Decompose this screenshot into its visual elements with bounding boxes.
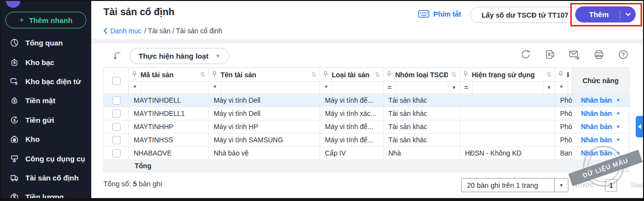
table-row[interactable]: MAYTINHSS Máy vi tính SAMSUNG Máy vi tín… (104, 134, 629, 147)
panel-collapse-tab[interactable] (636, 116, 643, 137)
row-checkbox[interactable] (112, 136, 121, 144)
page-title: Tài sản cố định (103, 6, 175, 18)
sidebar-item-kho-bac-dien-tu[interactable]: $ Kho bạc điện tử (1, 72, 91, 91)
filter-loai-tai-san[interactable]: * (320, 82, 383, 94)
move-down-icon[interactable] (112, 50, 123, 62)
duplicate-action[interactable]: Nhân bản▼ (577, 123, 624, 131)
cell-group: Tài sản khác (383, 94, 460, 107)
caret-down-icon: ▼ (616, 124, 620, 129)
record-count: Tổng số: 5 bản ghi (103, 180, 162, 188)
avatar[interactable] (6, 0, 20, 8)
cell-status (460, 134, 555, 147)
sidebar-item-label: Kho (25, 135, 40, 143)
sidebar-item-tien-mat[interactable]: $ Tiền mặt (1, 91, 91, 110)
sidebar-item-cong-cu-dung-cu[interactable]: Công cụ dụng cụ (1, 149, 91, 168)
cell-code: MAYTINHDELL (129, 94, 209, 107)
cell-status (460, 120, 555, 134)
current-page-box[interactable]: 1 (605, 179, 617, 192)
duplicate-action[interactable]: Nhân bản▼ (577, 149, 624, 157)
cash-icon: $ (9, 96, 19, 106)
filter-nhom-loai-tscd[interactable]: =▼ (383, 82, 460, 94)
help-icon[interactable]: ? (617, 48, 629, 60)
sort-icon[interactable]: ⇅ (451, 71, 457, 78)
pin-icon[interactable] (463, 71, 468, 79)
row-checkbox[interactable] (112, 96, 121, 105)
cell-name: Máy vi tính Dell (209, 94, 320, 107)
sidebar-item-tong-quan[interactable]: Tổng quan (1, 33, 91, 52)
cell-name: Máy vi tính Dell (209, 107, 320, 120)
export-excel-icon[interactable]: X (544, 48, 556, 60)
breadcrumb-back-link[interactable]: Danh mục (103, 27, 141, 35)
pin-icon[interactable] (323, 71, 328, 79)
column-header-truncated[interactable]: P (555, 68, 572, 82)
add-button[interactable]: Thêm (575, 6, 636, 22)
send-email-icon[interactable] (568, 48, 580, 60)
cell-code: MAYTINHDELL1 (129, 107, 209, 120)
filter-row: * * * =▼ =▼ * (104, 82, 629, 94)
next-page-button[interactable]: Sau (631, 181, 644, 189)
sidebar-item-tai-san-co-dinh[interactable]: Tài sản cố định (1, 168, 91, 187)
caret-down-icon: ▼ (616, 111, 620, 116)
column-header-nhom-loai-tscd[interactable]: Nhóm loại TSCĐ ⇅ (383, 68, 460, 82)
page-size-select[interactable]: 20 bản ghi trên 1 trang ▼ (461, 178, 568, 192)
select-all-checkbox[interactable] (112, 77, 121, 85)
shortcut-link[interactable]: Phím tắt (418, 10, 461, 18)
table-row[interactable]: MAYTINHHP Máy vi tính HP Máy vi tính để.… (104, 120, 629, 134)
filter-ma-tai-san[interactable]: * (129, 82, 209, 94)
filter-ten-tai-san[interactable]: * (209, 82, 320, 94)
print-icon[interactable] (593, 48, 604, 60)
duplicate-action[interactable]: Nhân bản▼ (577, 136, 624, 144)
row-checkbox[interactable] (112, 123, 121, 131)
table-row[interactable]: MAYTINHDELL1 Máy vi tính Dell Máy vi tín… (104, 107, 629, 120)
truck-icon (9, 173, 19, 182)
svg-text:$: $ (13, 99, 16, 104)
prev-page-button[interactable]: Trước (574, 181, 594, 189)
e-treasury-icon: $ (9, 76, 19, 86)
column-header-ma-tai-san[interactable]: Mã tài sản ⇅ (129, 68, 209, 82)
refresh-icon[interactable] (520, 48, 531, 60)
column-header-loai-tai-san[interactable]: Loại tài sản ⇅ (320, 68, 383, 82)
duplicate-action[interactable]: Nhân bản▼ (577, 110, 624, 117)
sort-icon[interactable]: ⇅ (200, 71, 205, 78)
batch-action-button[interactable]: Thực hiện hàng loạt ▼ (129, 48, 229, 64)
filter-truncated[interactable]: * (555, 82, 572, 94)
sidebar-item-tien-gui[interactable]: $ Tiền gửi (1, 111, 91, 130)
filter-dropdown-icon[interactable]: ▼ (448, 82, 460, 93)
table-row[interactable]: MAYTINHDELL Máy vi tính Dell Máy vi tính… (104, 94, 629, 107)
cell-dept: Ban (555, 147, 572, 160)
sidebar-item-kho[interactable]: Kho (1, 130, 91, 149)
sidebar-item-label: Tiền gửi (25, 116, 54, 124)
pin-icon[interactable] (558, 71, 564, 79)
get-balance-button[interactable]: Lấy số dư TSCĐ từ TT107 (470, 7, 580, 23)
cell-group: Nhà (383, 147, 460, 160)
filter-hien-trang[interactable]: =▼ (460, 82, 555, 94)
sidebar-item-tien-luong[interactable]: $ Tiền lương (1, 187, 91, 201)
filter-dropdown-icon[interactable]: ▼ (543, 82, 555, 93)
pin-icon[interactable] (132, 71, 137, 79)
select-all-cell (104, 68, 129, 94)
duplicate-action[interactable]: Nhân bản▼ (577, 96, 624, 104)
sidebar-item-kho-bac[interactable]: $ Kho bạc (1, 52, 91, 71)
breadcrumb: Danh mục / Tài sản / Tài sản cố định (103, 27, 222, 35)
pin-icon[interactable] (386, 71, 392, 79)
column-header-hien-trang-su-dung[interactable]: Hiện trạng sử dụng ⇅ (460, 68, 555, 82)
quick-add-button[interactable]: + Thêm nhanh (5, 12, 86, 28)
table-row[interactable]: NHABAOVE Nhà bảo vệ Cấp IV Nhà HĐSN - Kh… (104, 147, 629, 160)
cell-type: Máy vi tính để... (320, 134, 383, 147)
pin-icon[interactable] (212, 71, 217, 79)
sidebar-item-label: Công cụ dụng cụ (25, 155, 85, 163)
row-checkbox[interactable] (112, 110, 121, 118)
chevron-down-icon[interactable] (620, 13, 636, 16)
treasury-icon: $ (9, 57, 19, 67)
cell-status (460, 107, 555, 120)
column-header-ten-tai-san[interactable]: Tên tài sản ⇅ (209, 68, 320, 82)
triangle-left-icon (638, 124, 641, 129)
svg-text:$: $ (15, 80, 18, 86)
row-checkbox[interactable] (112, 149, 121, 157)
sort-icon[interactable]: ⇅ (311, 71, 317, 78)
warehouse-icon (9, 134, 19, 144)
sort-icon[interactable]: ⇅ (546, 71, 552, 78)
svg-text:X: X (547, 52, 551, 57)
sort-icon[interactable]: ⇅ (375, 71, 380, 78)
caret-down-icon[interactable]: ▼ (554, 179, 568, 192)
